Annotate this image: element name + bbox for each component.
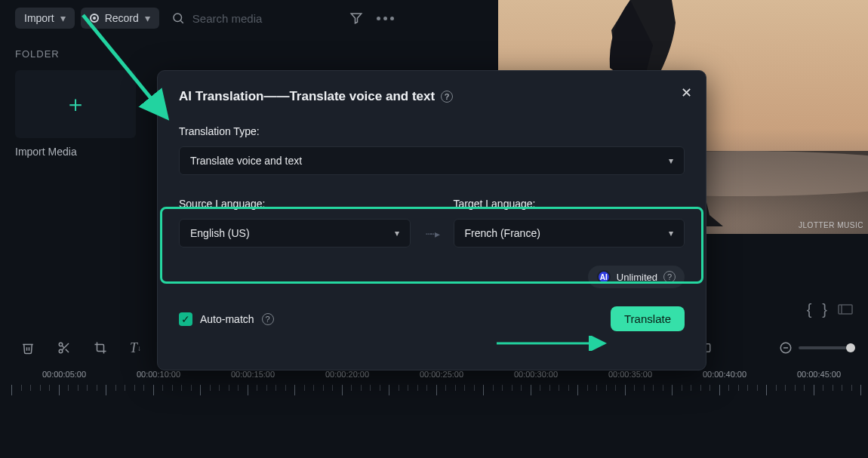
source-language-value: English (US) — [190, 227, 250, 239]
import-label: Import — [24, 12, 54, 24]
timeline-label: 00:00:20:00 — [325, 370, 369, 379]
panel-icon[interactable] — [838, 301, 853, 318]
unlimited-pill: AI Unlimited ? — [588, 266, 685, 288]
timeline-label: 00:00:10:00 — [137, 370, 180, 379]
folder-heading: FOLDER — [15, 48, 483, 60]
direction-arrow-icon: ┄┄▸ — [426, 228, 439, 247]
help-icon[interactable]: ? — [663, 271, 676, 283]
translation-type-value: Translate voice and text — [190, 155, 302, 167]
chevron-down-icon: ▾ — [395, 228, 399, 238]
translation-type-label: Translation Type: — [179, 125, 685, 137]
import-button[interactable]: Import ▾ — [15, 8, 75, 29]
svg-marker-2 — [351, 14, 362, 23]
record-icon — [90, 14, 99, 23]
ai-translation-dialog: AI Translation——Translate voice and text… — [157, 70, 706, 370]
trash-icon[interactable] — [21, 341, 35, 355]
dialog-title: AI Translation——Translate voice and text — [179, 89, 435, 104]
svg-line-1 — [180, 20, 183, 23]
timeline-label: 00:00:25:00 — [420, 370, 463, 379]
svg-rect-6 — [839, 305, 852, 314]
svg-line-11 — [66, 349, 69, 352]
chevron-down-icon: ▾ — [669, 155, 673, 166]
timeline-label: 00:00:05:00 — [42, 370, 86, 379]
search-icon — [171, 11, 185, 25]
import-media-tile[interactable]: ＋ — [15, 70, 136, 138]
translate-label: Translate — [624, 312, 671, 325]
timeline-label: 00:00:30:00 — [514, 370, 558, 379]
chevron-down-icon: ▾ — [669, 228, 673, 238]
brace-left-icon[interactable]: { — [807, 301, 812, 318]
translation-type-select[interactable]: Translate voice and text ▾ — [179, 146, 685, 175]
text-icon[interactable]: T↓ — [130, 340, 141, 356]
timeline-label: 00:00:45:00 — [797, 370, 841, 379]
timeline-label: 00:00:35:00 — [608, 370, 652, 379]
plus-icon: ＋ — [64, 89, 87, 120]
watermark: JLOTTER MUSIC — [799, 221, 863, 229]
help-icon[interactable]: ? — [262, 313, 274, 325]
record-label: Record — [105, 12, 139, 24]
help-icon[interactable]: ? — [441, 91, 453, 103]
auto-match-label: Auto-match — [200, 313, 254, 325]
chevron-down-icon: ▾ — [145, 12, 150, 24]
brace-right-icon[interactable]: } — [822, 301, 827, 318]
timeline-label: 00:00:15:00 — [231, 370, 275, 379]
scissors-icon[interactable] — [57, 341, 71, 355]
chevron-down-icon: ▾ — [60, 12, 66, 24]
source-language-select[interactable]: English (US) ▾ — [179, 219, 411, 247]
search-input[interactable] — [192, 12, 328, 25]
zoom-slider[interactable] — [799, 346, 851, 349]
crop-icon[interactable] — [94, 341, 107, 355]
timeline-ruler[interactable]: 00:00:05:0000:00:10:0000:00:15:0000:00:2… — [0, 370, 868, 397]
filter-icon[interactable] — [349, 11, 363, 25]
checkbox-checked-icon: ✓ — [179, 312, 192, 326]
record-button[interactable]: Record ▾ — [81, 8, 159, 29]
source-language-label: Source Language: — [179, 198, 411, 210]
svg-line-12 — [62, 346, 64, 348]
svg-point-0 — [174, 14, 182, 22]
zoom-out-icon[interactable] — [779, 341, 793, 355]
timeline-label: 00:00:40:00 — [703, 370, 746, 379]
target-language-select[interactable]: French (France) ▾ — [454, 219, 685, 247]
svg-point-8 — [59, 343, 63, 346]
target-language-label: Target Language: — [454, 198, 685, 210]
ai-badge-icon: AI — [597, 270, 611, 284]
close-icon[interactable]: ✕ — [681, 85, 692, 101]
translate-button[interactable]: Translate — [611, 306, 685, 331]
svg-point-9 — [59, 349, 63, 353]
unlimited-label: Unlimited — [617, 272, 657, 283]
auto-match-checkbox[interactable]: ✓ Auto-match ? — [179, 312, 274, 326]
more-icon[interactable] — [377, 17, 394, 20]
target-language-value: French (France) — [465, 227, 540, 239]
